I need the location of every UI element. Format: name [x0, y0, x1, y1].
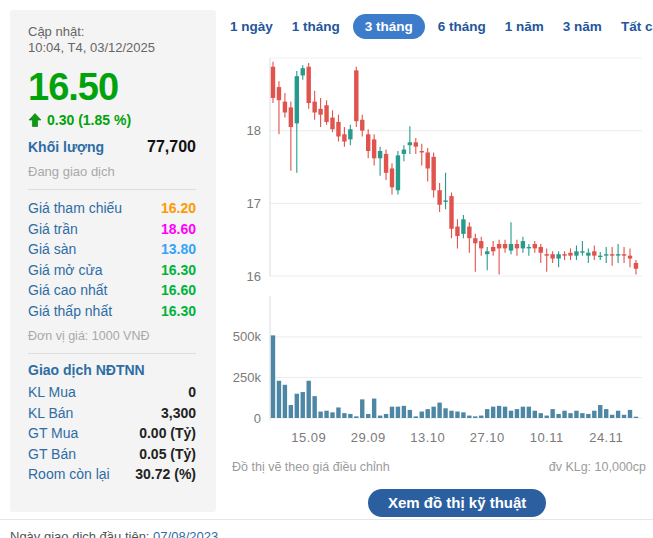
svg-text:10.11: 10.11 [530, 430, 564, 445]
svg-text:500k: 500k [233, 329, 262, 344]
foreign-trading-title: Giao dịch NĐTNN [28, 362, 196, 378]
price-unit-note: Đơn vị giá: 1000 VNĐ [28, 329, 196, 343]
tab-3-nam[interactable]: 3 năm [557, 14, 608, 39]
tab-1-thang[interactable]: 1 tháng [286, 14, 346, 39]
up-arrow-icon [28, 113, 42, 127]
foreign-row-buy-volume: KL Mua 0 [28, 382, 196, 403]
price-row-open: Giá mở cửa 16.30 [28, 260, 196, 281]
volume-label: Khối lượng [28, 139, 104, 155]
svg-text:250k: 250k [233, 370, 262, 385]
first-trading-day-value: 07/08/2023 [153, 529, 218, 538]
first-trading-day-label: Ngày giao dịch đầu tiên: [10, 529, 149, 538]
first-trading-day-note: Ngày giao dịch đầu tiên: 07/08/2023 [10, 529, 218, 538]
price-row-ceiling: Giá trần 18.60 [28, 219, 196, 240]
update-label: Cập nhật: [28, 24, 196, 40]
svg-text:0: 0 [254, 411, 261, 426]
last-price: 16.50 [28, 68, 196, 106]
svg-text:24.11: 24.11 [589, 430, 623, 445]
svg-text:15.09: 15.09 [291, 430, 326, 445]
foreign-trading-rows: KL Mua 0 KL Bán 3,300 GT Mua 0.00 (Tỷ) G… [28, 382, 196, 485]
foreign-row-room-left: Room còn lại 30.72 (%) [28, 464, 196, 485]
svg-text:18: 18 [247, 123, 261, 138]
tab-6-thang[interactable]: 6 tháng [432, 14, 492, 39]
price-volume-chart[interactable]: 181716500k250k015.0929.0913.1027.1010.11… [222, 48, 653, 450]
volume-unit-note: đv KLg: 10,000cp [549, 460, 646, 474]
technical-chart-button[interactable]: Xem đồ thị kỹ thuật [368, 489, 546, 517]
tab-1-nam[interactable]: 1 năm [499, 14, 550, 39]
price-row-high: Giá cao nhất 16.60 [28, 280, 196, 301]
svg-text:27.10: 27.10 [470, 430, 505, 445]
update-value: 10:04, T4, 03/12/2025 [28, 40, 196, 56]
foreign-row-sell-volume: KL Bán 3,300 [28, 403, 196, 424]
foreign-row-buy-value: GT Mua 0.00 (Tỷ) [28, 423, 196, 444]
stock-quote-widget: Cập nhật: 10:04, T4, 03/12/2025 16.50 0.… [0, 0, 653, 538]
time-range-tabs: 1 ngày 1 tháng 3 tháng 6 tháng 1 năm 3 n… [224, 14, 653, 39]
price-row-floor: Giá sàn 13.80 [28, 239, 196, 260]
trading-status: Đang giao dịch [28, 164, 196, 179]
price-info-rows: Giá tham chiếu 16.20 Giá trần 18.60 Giá … [28, 198, 196, 321]
tab-3-thang[interactable]: 3 tháng [353, 14, 425, 39]
divider [28, 189, 196, 190]
divider [28, 353, 196, 354]
svg-text:13.10: 13.10 [410, 430, 445, 445]
svg-text:17: 17 [247, 196, 261, 211]
update-time: Cập nhật: 10:04, T4, 03/12/2025 [28, 24, 196, 56]
adjusted-price-note: Đồ thị vẽ theo giá điều chỉnh [232, 460, 390, 474]
price-row-low: Giá thấp nhất 16.30 [28, 301, 196, 322]
foreign-row-sell-value: GT Bán 0.05 (Tỷ) [28, 444, 196, 465]
svg-text:29.09: 29.09 [351, 430, 386, 445]
svg-text:16: 16 [247, 269, 261, 284]
change-value: 0.30 (1.85 %) [47, 112, 131, 128]
divider [0, 519, 653, 520]
volume-value: 77,700 [147, 138, 196, 156]
volume-row: Khối lượng 77,700 [28, 138, 196, 156]
tab-tat-ca[interactable]: Tất cả [615, 14, 653, 39]
price-change: 0.30 (1.85 %) [28, 112, 196, 128]
price-row-reference: Giá tham chiếu 16.20 [28, 198, 196, 219]
tab-1-ngay[interactable]: 1 ngày [224, 14, 279, 39]
quote-panel: Cập nhật: 10:04, T4, 03/12/2025 16.50 0.… [10, 10, 216, 512]
